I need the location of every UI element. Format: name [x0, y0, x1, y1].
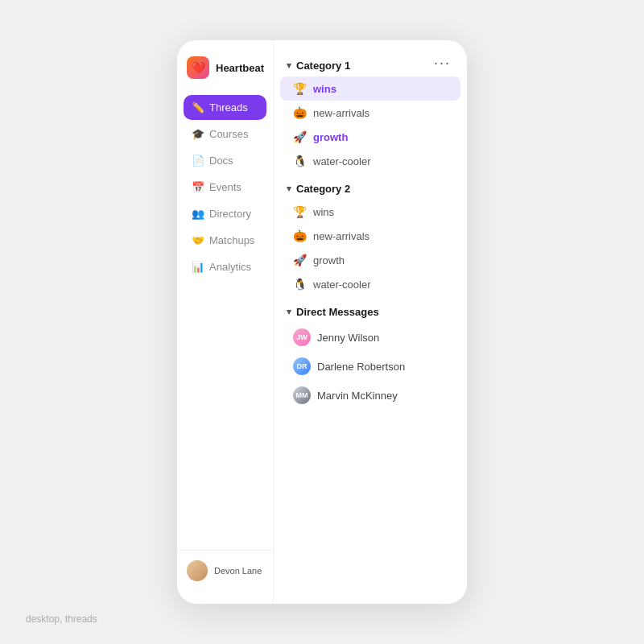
darlene-name: Darlene Robertson — [317, 361, 405, 373]
dm-section: ▾ Direct Messages JW Jenny Wilson DR Dar… — [274, 299, 467, 410]
app-card: ··· ❤️ Heartbeat ✏️ Threads 🎓 Courses 📄 … — [177, 40, 467, 604]
category2-section: ▾ Category 2 🏆 wins 🎃 new-arrivals 🚀 gro… — [274, 176, 467, 296]
docs-icon: 📄 — [192, 155, 204, 167]
new-arrivals1-label: new-arrivals — [313, 107, 369, 119]
channel-growth2[interactable]: 🚀 growth — [280, 248, 460, 272]
nav-item-matchups[interactable]: 🤝 Matchups — [184, 228, 266, 253]
channel-water-cooler2[interactable]: 🐧 water-cooler — [280, 272, 460, 296]
growth1-emoji: 🚀 — [293, 130, 307, 143]
category2-label: Category 2 — [296, 183, 350, 195]
channel-water-cooler1[interactable]: 🐧 water-cooler — [280, 149, 460, 173]
nav-label-docs: Docs — [209, 155, 233, 167]
water-cooler1-emoji: 🐧 — [293, 155, 307, 167]
growth2-label: growth — [313, 254, 345, 266]
category1-label: Category 1 — [296, 60, 350, 72]
main-content: ▾ Category 1 🏆 wins 🎃 new-arrivals 🚀 gro… — [274, 40, 467, 604]
current-user-avatar — [187, 560, 208, 581]
analytics-icon: 📊 — [192, 261, 204, 273]
app-name: Heartbeat — [216, 62, 264, 74]
water-cooler2-label: water-cooler — [313, 279, 371, 291]
category2-header[interactable]: ▾ Category 2 — [274, 176, 467, 200]
channel-new-arrivals1[interactable]: 🎃 new-arrivals — [280, 101, 460, 125]
jenny-avatar: JW — [293, 328, 311, 346]
marvin-avatar: MM — [293, 386, 311, 404]
wins1-label: wins — [313, 83, 336, 95]
dm-label: Direct Messages — [296, 306, 379, 318]
growth1-label: growth — [313, 131, 348, 143]
dm-item-jenny[interactable]: JW Jenny Wilson — [280, 323, 460, 352]
sidebar-footer: Devon Lane — [177, 550, 273, 591]
wins2-label: wins — [313, 206, 334, 218]
channel-wins1[interactable]: 🏆 wins — [280, 76, 460, 101]
dm-item-darlene[interactable]: DR Darlene Robertson — [280, 352, 460, 381]
new-arrivals2-emoji: 🎃 — [293, 229, 307, 242]
chevron-down-icon3: ▾ — [287, 307, 291, 317]
nav-item-directory[interactable]: 👥 Directory — [184, 201, 266, 226]
nav-label-courses: Courses — [209, 128, 248, 140]
threads-icon: ✏️ — [192, 101, 204, 114]
events-icon: 📅 — [192, 181, 204, 193]
nav-label-analytics: Analytics — [209, 261, 251, 273]
chevron-down-icon2: ▾ — [287, 184, 291, 194]
dm-header[interactable]: ▾ Direct Messages — [274, 299, 467, 323]
jenny-name: Jenny Wilson — [317, 332, 379, 344]
watermark: desktop, threads — [26, 613, 97, 625]
more-menu-icon[interactable]: ··· — [434, 55, 451, 72]
nav-item-docs[interactable]: 📄 Docs — [184, 148, 266, 173]
app-logo: ❤️ — [187, 56, 209, 79]
nav-label-events: Events — [209, 181, 242, 193]
nav-item-analytics[interactable]: 📊 Analytics — [184, 254, 266, 279]
darlene-avatar: DR — [293, 357, 311, 375]
directory-icon: 👥 — [192, 208, 204, 220]
water-cooler2-emoji: 🐧 — [293, 278, 307, 291]
marvin-name: Marvin McKinney — [317, 390, 398, 402]
wins1-emoji: 🏆 — [293, 82, 307, 95]
courses-icon: 🎓 — [192, 128, 204, 140]
nav-item-threads[interactable]: ✏️ Threads — [184, 95, 266, 120]
nav-label-directory: Directory — [209, 208, 251, 220]
channel-new-arrivals2[interactable]: 🎃 new-arrivals — [280, 224, 460, 248]
new-arrivals2-label: new-arrivals — [313, 230, 369, 242]
new-arrivals1-emoji: 🎃 — [293, 106, 307, 119]
dm-item-marvin[interactable]: MM Marvin McKinney — [280, 381, 460, 410]
wins2-emoji: 🏆 — [293, 205, 307, 218]
matchups-icon: 🤝 — [192, 234, 204, 246]
nav-label-matchups: Matchups — [209, 234, 254, 246]
chevron-down-icon: ▾ — [287, 60, 291, 71]
app-header: ❤️ Heartbeat — [177, 56, 273, 95]
nav-item-events[interactable]: 📅 Events — [184, 175, 266, 200]
nav-item-courses[interactable]: 🎓 Courses — [184, 122, 266, 147]
nav-label-threads: Threads — [209, 101, 248, 114]
channel-growth1[interactable]: 🚀 growth — [280, 125, 460, 149]
water-cooler1-label: water-cooler — [313, 155, 371, 167]
channel-wins2[interactable]: 🏆 wins — [280, 200, 460, 224]
growth2-emoji: 🚀 — [293, 254, 307, 266]
current-user-name: Devon Lane — [214, 566, 262, 576]
nav-items: ✏️ Threads 🎓 Courses 📄 Docs 📅 Events 👥 D… — [177, 95, 273, 550]
sidebar: ❤️ Heartbeat ✏️ Threads 🎓 Courses 📄 Docs… — [177, 40, 274, 604]
